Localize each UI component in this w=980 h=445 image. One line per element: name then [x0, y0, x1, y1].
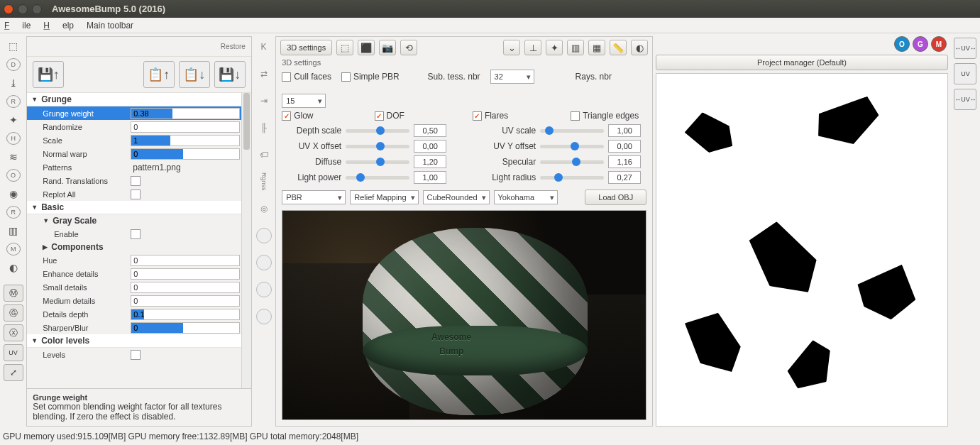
- light-radius-slider[interactable]: [540, 176, 604, 180]
- scrollbar[interactable]: [241, 93, 251, 388]
- boxed-x-icon[interactable]: ⓧ: [4, 324, 23, 341]
- graph7-icon[interactable]: ◐: [631, 40, 648, 55]
- menu-file[interactable]: File: [4, 21, 31, 31]
- specular-input[interactable]: 1,16: [608, 155, 641, 168]
- window-close-icon[interactable]: [4, 4, 13, 14]
- mapping-dropdown[interactable]: Relief Mapping: [350, 190, 418, 204]
- sphere-icon[interactable]: ◐: [4, 259, 23, 276]
- clipboard-up-icon[interactable]: 📋↑: [143, 61, 175, 88]
- load-obj-button[interactable]: Load OBJ: [585, 189, 646, 205]
- uv-tool-2[interactable]: UV: [954, 63, 976, 84]
- section-color-levels[interactable]: Color levels: [27, 334, 241, 348]
- simple-pbr-checkbox[interactable]: [341, 72, 351, 82]
- env-dropdown[interactable]: Yokohama: [494, 190, 558, 204]
- cube-icon[interactable]: ⬚: [4, 38, 23, 55]
- save-up-icon[interactable]: 💾↑: [33, 61, 64, 88]
- checkbox-icon[interactable]: [131, 350, 141, 360]
- prop-sharpen-blur[interactable]: Sharpen/Blur0: [27, 321, 241, 334]
- map-m-icon[interactable]: M: [6, 243, 21, 256]
- wave-icon[interactable]: ≋: [4, 148, 23, 165]
- boxed-g-icon[interactable]: Ⓖ: [4, 304, 23, 322]
- project-manager-button[interactable]: Project manager (Default): [656, 55, 948, 70]
- light-radius-input[interactable]: 0,27: [608, 171, 641, 184]
- channel-g-icon[interactable]: G: [913, 36, 928, 52]
- section-basic[interactable]: Basic: [27, 201, 241, 214]
- prop-enhance-details[interactable]: Enhance details0: [27, 267, 241, 280]
- dot-icon[interactable]: ◉: [4, 185, 23, 202]
- rays-dropdown[interactable]: 15: [282, 94, 326, 108]
- cull-faces-checkbox[interactable]: [282, 72, 291, 82]
- section-grunge[interactable]: Grunge: [27, 93, 241, 106]
- clipboard-down-icon[interactable]: 📋↓: [179, 61, 210, 88]
- section-gray-scale[interactable]: Gray Scale: [27, 214, 241, 227]
- letter-k-icon[interactable]: K: [257, 39, 271, 55]
- arrow-in-icon[interactable]: ⇥: [257, 93, 271, 109]
- round-2-icon[interactable]: [256, 255, 272, 270]
- uv-tool-3[interactable]: ↔UV↔: [954, 89, 976, 110]
- map-r-icon[interactable]: R: [6, 95, 21, 108]
- depth-scale-input[interactable]: 0,50: [414, 124, 446, 137]
- map-r2-icon[interactable]: R: [6, 206, 21, 219]
- prop-small-details[interactable]: Small details0: [27, 280, 241, 294]
- expand-icon[interactable]: ✦: [4, 111, 23, 128]
- 3d-viewport[interactable]: Awesome Bump: [282, 210, 646, 420]
- channel-o-icon[interactable]: O: [894, 36, 910, 52]
- prop-normal-warp[interactable]: Normal warp0: [27, 147, 241, 160]
- save-down-icon[interactable]: 💾↓: [214, 61, 246, 88]
- graph4-icon[interactable]: ▥: [567, 40, 584, 55]
- arrow-down-icon[interactable]: ⤓: [4, 75, 23, 92]
- checkbox-icon[interactable]: [131, 189, 141, 199]
- prop-grunge-weight[interactable]: Grunge weight 0.38: [27, 106, 241, 120]
- round-3-icon[interactable]: [256, 282, 272, 297]
- graph6-icon[interactable]: 📏: [610, 40, 627, 55]
- camera-icon[interactable]: 📷: [379, 40, 396, 55]
- boxed-uv-icon[interactable]: UV: [4, 344, 23, 361]
- map-o-icon[interactable]: O: [6, 169, 21, 182]
- property-tree[interactable]: Grunge Grunge weight 0.38 Randomize0 Sca…: [27, 92, 251, 388]
- tag-icon[interactable]: 🏷: [257, 147, 271, 163]
- light-power-slider[interactable]: [346, 176, 409, 180]
- checkbox-icon[interactable]: [131, 176, 141, 186]
- 3d-settings-button[interactable]: 3D settings: [280, 40, 332, 55]
- round-1-icon[interactable]: [256, 228, 272, 243]
- light-power-input[interactable]: 1,00: [414, 171, 446, 184]
- boxed-expand-icon[interactable]: ⤢: [4, 364, 23, 381]
- menu-main-toolbar[interactable]: Main toolbar: [87, 21, 133, 31]
- glow-checkbox[interactable]: [282, 111, 291, 121]
- restore-button[interactable]: Restore: [27, 37, 251, 57]
- uv-scale-slider[interactable]: [540, 129, 604, 133]
- window-minimize-icon[interactable]: [18, 4, 28, 14]
- diffuse-input[interactable]: 1,20: [414, 155, 446, 168]
- map-d-icon[interactable]: D: [6, 58, 21, 71]
- arrow-both-icon[interactable]: ⇄: [257, 66, 271, 82]
- mesh-dropdown[interactable]: CubeRounded: [423, 190, 490, 204]
- flares-checkbox[interactable]: [473, 111, 482, 121]
- triangle-edges-checkbox[interactable]: [571, 111, 580, 121]
- prop-medium-details[interactable]: Medium details0: [27, 294, 241, 307]
- uvy-slider[interactable]: [540, 145, 604, 148]
- uvy-input[interactable]: 0,00: [608, 140, 641, 153]
- dof-checkbox[interactable]: [375, 111, 384, 121]
- graph5-icon[interactable]: ▦: [588, 40, 605, 55]
- depth-scale-slider[interactable]: [346, 129, 409, 133]
- refresh-icon[interactable]: ⟲: [400, 40, 417, 55]
- prop-hue[interactable]: Hue0: [27, 253, 241, 267]
- checkbox-icon[interactable]: [131, 229, 141, 239]
- channel-m-icon[interactable]: M: [931, 36, 947, 52]
- texture-preview[interactable]: [656, 73, 948, 427]
- window-maximize-icon[interactable]: [32, 4, 42, 14]
- wire-cube-icon[interactable]: ⬛: [358, 40, 375, 55]
- cube-add-icon[interactable]: ⬚: [336, 40, 353, 55]
- ruler-icon[interactable]: ▥: [4, 222, 23, 239]
- prop-patterns[interactable]: Patternspattern1.png: [27, 160, 241, 174]
- uv-tool-1[interactable]: ↔UV↔: [954, 38, 976, 59]
- subtess-dropdown[interactable]: 32: [490, 70, 534, 84]
- uv-scale-input[interactable]: 1,00: [608, 124, 641, 137]
- diffuse-slider[interactable]: [346, 160, 409, 164]
- shading-dropdown[interactable]: PBR: [282, 190, 346, 204]
- map-h-icon[interactable]: H: [6, 132, 21, 145]
- pipe-icon[interactable]: ╟: [257, 120, 271, 136]
- graph1-icon[interactable]: ⌄: [503, 40, 520, 55]
- boxed-m-icon[interactable]: Ⓜ: [4, 285, 23, 302]
- graph2-icon[interactable]: ⊥: [524, 40, 541, 55]
